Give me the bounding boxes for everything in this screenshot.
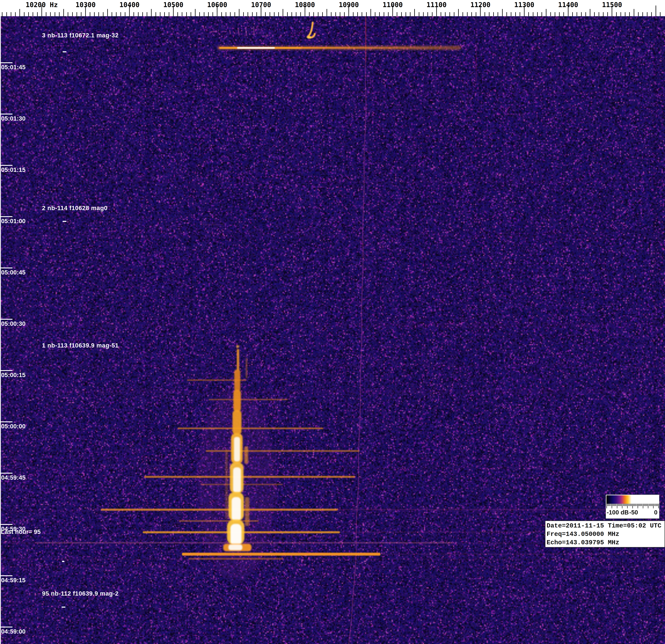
- time-axis-label: 05:01:15: [1, 166, 25, 173]
- freq-tick: [634, 9, 634, 16]
- last-hour-count: Last hour= 95: [1, 528, 41, 535]
- freq-tick: [598, 12, 599, 16]
- freq-tick: [603, 12, 604, 16]
- freq-axis-label: 11400: [558, 1, 578, 9]
- time-axis-label: 05:00:15: [1, 372, 25, 379]
- freq-axis-label: 10300: [76, 1, 96, 9]
- colorbar-tick: [641, 504, 641, 506]
- freq-tick: [432, 12, 433, 16]
- freq-tick: [362, 12, 362, 16]
- freq-tick: [581, 12, 582, 16]
- freq-axis-label: 10900: [339, 1, 359, 9]
- freq-tick: [642, 12, 643, 16]
- colorbar-tick: [618, 504, 618, 506]
- freq-tick: [248, 12, 248, 16]
- freq-tick: [336, 12, 336, 16]
- freq-tick: [164, 12, 165, 16]
- colorbar-tick: [644, 504, 644, 506]
- freq-tick: [428, 12, 428, 16]
- freq-tick: [397, 12, 397, 16]
- freq-tick: [103, 12, 103, 16]
- freq-tick: [660, 12, 661, 16]
- colorbar-tick: [629, 504, 630, 506]
- colorbar-tick: [616, 504, 616, 506]
- freq-tick: [125, 12, 126, 16]
- freq-tick: [555, 12, 555, 16]
- colorbar-tick: [625, 504, 626, 506]
- freq-tick: [270, 12, 270, 16]
- meteor-event-label: 3 nb-113 f10672.1 mag-32: [42, 32, 118, 39]
- time-tick: [0, 267, 13, 268]
- time-tick: [0, 165, 13, 166]
- freq-tick: [520, 12, 520, 16]
- colorbar-tick: [627, 504, 628, 508]
- freq-tick: [340, 12, 340, 16]
- freq-axis-label: 11300: [514, 1, 534, 9]
- freq-tick: [576, 12, 577, 16]
- freq-tick: [59, 12, 60, 16]
- freq-tick: [72, 12, 73, 16]
- freq-tick: [37, 12, 38, 16]
- freq-tick: [182, 12, 182, 16]
- freq-tick: [120, 12, 121, 16]
- colorbar-tick: [614, 504, 614, 506]
- time-tick: [0, 216, 13, 217]
- freq-tick: [287, 12, 288, 16]
- freq-tick: [6, 12, 7, 16]
- freq-tick: [384, 12, 384, 16]
- colorbar-tick: [639, 504, 639, 506]
- colorbar-tick: [654, 504, 654, 506]
- freq-tick: [594, 12, 595, 16]
- freq-axis-label: 11100: [426, 1, 446, 9]
- freq-tick: [607, 12, 608, 16]
- freq-tick: [50, 12, 51, 16]
- freq-tick: [647, 12, 647, 16]
- time-axis-label: 05:01:45: [1, 64, 25, 71]
- colorbar-tick: [609, 504, 610, 506]
- freq-tick: [572, 12, 573, 16]
- freq-tick: [68, 12, 68, 16]
- freq-tick: [423, 12, 424, 16]
- freq-tick: [450, 12, 450, 16]
- freq-tick: [511, 12, 511, 16]
- freq-tick: [147, 12, 147, 16]
- freq-axis-label: 10700: [251, 1, 271, 9]
- freq-tick: [243, 12, 244, 16]
- colorbar-tick: [652, 504, 652, 506]
- freq-tick: [278, 12, 279, 16]
- colorbar-tick: [649, 504, 649, 506]
- freq-tick: [533, 12, 533, 16]
- freq-tick: [638, 12, 639, 16]
- freq-tick: [98, 12, 99, 16]
- freq-tick: [186, 12, 187, 16]
- freq-tick: [366, 12, 367, 16]
- colorbar-tick: [645, 504, 645, 506]
- freq-tick: [204, 12, 204, 16]
- time-tick: [0, 319, 13, 320]
- colorbar-tick: [624, 504, 625, 506]
- freq-tick: [265, 12, 266, 16]
- time-axis-label: 05:00:45: [1, 269, 25, 276]
- freq-tick: [208, 12, 209, 16]
- freq-tick: [651, 12, 652, 16]
- freq-tick: [498, 12, 498, 16]
- freq-tick: [283, 9, 283, 16]
- freq-tick: [314, 12, 314, 16]
- freq-tick: [296, 12, 297, 16]
- freq-tick: [331, 12, 331, 16]
- freq-tick: [309, 12, 310, 16]
- freq-tick: [445, 12, 445, 16]
- freq-tick: [546, 9, 547, 16]
- colorbar-tick: [623, 504, 624, 506]
- time-axis-label: 05:01:00: [1, 217, 25, 225]
- colorbar-tick: [615, 504, 615, 506]
- freq-tick: [550, 12, 551, 16]
- time-tick: [0, 370, 13, 371]
- freq-tick: [489, 12, 490, 16]
- freq-tick: [234, 12, 235, 16]
- freq-tick: [63, 9, 64, 16]
- freq-tick: [318, 12, 319, 16]
- freq-tick: [160, 12, 160, 16]
- freq-tick: [405, 12, 406, 16]
- freq-tick: [542, 12, 542, 16]
